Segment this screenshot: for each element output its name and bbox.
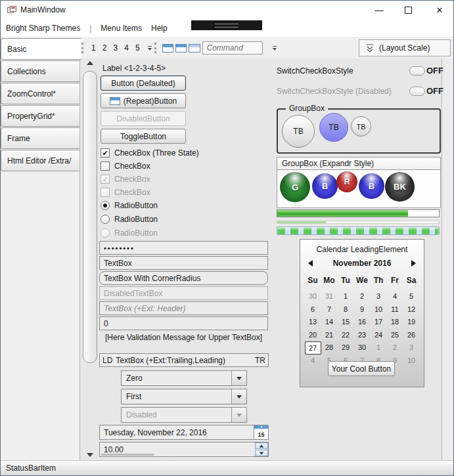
sphere-button[interactable]: B bbox=[312, 173, 338, 199]
calendar-day[interactable]: 1 bbox=[371, 341, 387, 355]
calendar-day[interactable]: 25 bbox=[387, 329, 403, 342]
circle-toggle-large[interactable]: TB bbox=[282, 115, 315, 148]
repeat-button[interactable]: (Repeat)Button bbox=[101, 93, 186, 108]
toolbar-grip-icon[interactable] bbox=[154, 43, 158, 53]
textbox[interactable]: TextBox bbox=[99, 256, 268, 270]
radiobutton-selected[interactable]: RadioButton bbox=[101, 201, 158, 210]
toolbar-button-5[interactable]: 5 bbox=[133, 41, 142, 54]
tab-collections[interactable]: Collections bbox=[1, 60, 79, 82]
scroll-down-button[interactable] bbox=[85, 452, 95, 458]
calendar-day[interactable]: 10 bbox=[371, 303, 387, 316]
previous-month-button[interactable] bbox=[308, 260, 313, 267]
toolbar-button-4[interactable]: 4 bbox=[122, 41, 131, 54]
calendar-day[interactable]: 15 bbox=[338, 316, 354, 329]
menu-grip-handle[interactable] bbox=[191, 20, 262, 30]
calendar-day[interactable]: 2 bbox=[354, 290, 371, 303]
menu-item-bright-sharp-themes[interactable]: Bright Sharp Themes bbox=[6, 24, 80, 33]
combobox-first[interactable]: First bbox=[121, 389, 247, 404]
tab-html-editor[interactable]: Html Editor /Extra/ bbox=[1, 150, 79, 171]
calendar-day[interactable]: 28 bbox=[321, 341, 338, 355]
tab-basic[interactable]: Basic bbox=[1, 38, 81, 60]
menu-item-help[interactable]: Help bbox=[151, 24, 168, 33]
calendar-day[interactable]: 2 bbox=[387, 341, 403, 355]
calendar-day[interactable]: 14 bbox=[321, 316, 338, 329]
calendar-day[interactable]: 4 bbox=[387, 290, 403, 303]
numeric-spinner[interactable]: 10.00 bbox=[99, 442, 269, 457]
calendar-day[interactable]: 4 bbox=[305, 355, 321, 368]
toolbar-button-3[interactable]: 3 bbox=[111, 41, 120, 54]
textbox-corner-radius[interactable]: TextBox With CornerRadius bbox=[99, 271, 268, 285]
menu-item-menu-items[interactable]: Menu Items bbox=[101, 24, 142, 33]
calendar-day[interactable]: 31 bbox=[321, 290, 338, 303]
next-month-button[interactable] bbox=[411, 260, 416, 267]
sphere-button[interactable]: R bbox=[336, 171, 357, 192]
calendar-day[interactable]: 20 bbox=[305, 329, 321, 342]
calendar-day[interactable]: 11 bbox=[387, 303, 403, 316]
calendar-day[interactable]: 30 bbox=[305, 290, 321, 303]
calendar-day[interactable]: 18 bbox=[387, 316, 403, 329]
calendar-day[interactable]: 30 bbox=[354, 341, 371, 355]
defaulted-button[interactable]: Button (Defaulted) bbox=[101, 76, 186, 91]
sphere-button[interactable]: G bbox=[280, 172, 310, 202]
calendar-day[interactable]: 7 bbox=[321, 303, 338, 316]
circle-toggle-small[interactable]: TB bbox=[351, 116, 371, 137]
window-style-button-1[interactable] bbox=[162, 44, 173, 53]
sphere-button[interactable]: BK bbox=[385, 172, 415, 202]
switch-toggle[interactable] bbox=[409, 66, 425, 76]
your-cool-button[interactable]: Your Cool Button bbox=[328, 361, 395, 376]
textbox-header-ext[interactable]: TextBox (+Ext: Header) bbox=[99, 301, 268, 315]
calendar-day[interactable]: 12 bbox=[403, 303, 420, 316]
calendar-day[interactable]: 22 bbox=[338, 329, 354, 342]
tab-propertygrid[interactable]: PropertyGrid* bbox=[1, 105, 79, 127]
calendar-day[interactable]: 1 bbox=[338, 290, 354, 303]
toolbar-overflow-button[interactable] bbox=[147, 41, 152, 55]
radiobutton-unselected[interactable]: RadioButton bbox=[101, 215, 158, 224]
calendar-day[interactable]: 10 bbox=[403, 355, 420, 368]
calendar-day[interactable]: 16 bbox=[354, 316, 371, 329]
tab-frame[interactable]: Frame bbox=[1, 127, 79, 149]
calendar-day[interactable]: 5 bbox=[403, 290, 420, 303]
checkbox-unchecked[interactable]: CheckBox bbox=[101, 162, 150, 171]
chevron-down-icon[interactable] bbox=[231, 389, 246, 404]
window-style-button-2[interactable] bbox=[175, 44, 187, 53]
scroll-up-button[interactable] bbox=[85, 60, 95, 66]
scrollbar-thumb[interactable] bbox=[83, 71, 97, 363]
calendar-day[interactable]: 29 bbox=[338, 341, 354, 355]
calendar-day[interactable]: 24 bbox=[371, 329, 387, 342]
expander-header[interactable]: GroupBox (Expandr Style) bbox=[277, 157, 441, 170]
datepicker[interactable]: Tuesday, November 22, 2016 15 bbox=[99, 425, 269, 440]
calendar-day[interactable]: 27 bbox=[305, 341, 321, 355]
toolbar-button-1[interactable]: 1 bbox=[89, 41, 98, 54]
calendar-day[interactable]: 8 bbox=[338, 303, 354, 316]
toolbar-overflow-button[interactable] bbox=[271, 41, 278, 55]
combobox-zero[interactable]: Zero bbox=[121, 370, 247, 386]
calendar-day[interactable]: 3 bbox=[403, 341, 420, 355]
chevron-down-icon[interactable] bbox=[231, 371, 246, 385]
toolbar-grip-icon[interactable] bbox=[81, 43, 85, 53]
toggle-button[interactable]: ToggleButton bbox=[101, 129, 186, 144]
calendar-day[interactable]: 26 bbox=[403, 329, 420, 342]
calendar-day[interactable]: 21 bbox=[321, 329, 338, 342]
tab-zoomcontrol[interactable]: ZoomControl* bbox=[1, 83, 79, 104]
spin-up-button[interactable] bbox=[255, 443, 268, 449]
circle-toggle-checked[interactable]: TB bbox=[319, 113, 348, 142]
calendar-day[interactable]: 9 bbox=[354, 303, 371, 316]
checkbox-three-state[interactable]: ✔ CheckBox (Three State) bbox=[101, 148, 199, 158]
maximize-button[interactable] bbox=[397, 1, 419, 19]
sphere-button[interactable]: B bbox=[359, 173, 384, 199]
textbox-zero[interactable]: 0 bbox=[99, 316, 268, 330]
spin-down-button[interactable] bbox=[255, 450, 268, 456]
close-button[interactable]: ✕ bbox=[428, 1, 451, 19]
window-style-button-3[interactable] bbox=[189, 44, 200, 53]
horizontal-scrollbar-thumb[interactable] bbox=[101, 454, 154, 456]
layout-scale-button[interactable]: (Layout Scale) bbox=[359, 39, 451, 56]
calendar-day[interactable]: 6 bbox=[305, 303, 321, 316]
right-scrollbar-track[interactable] bbox=[442, 58, 453, 460]
calendar-day[interactable]: 19 bbox=[403, 316, 420, 329]
minimize-button[interactable]: — bbox=[368, 1, 390, 19]
password-box[interactable]: •••••••• bbox=[99, 241, 268, 255]
calendar-icon[interactable]: 15 bbox=[254, 425, 268, 439]
toolbar-button-2[interactable]: 2 bbox=[100, 41, 109, 54]
command-input[interactable] bbox=[202, 41, 263, 54]
ld-textbox[interactable]: LD TextBox (+Ext:Trailing,Leading) TR bbox=[99, 353, 269, 367]
